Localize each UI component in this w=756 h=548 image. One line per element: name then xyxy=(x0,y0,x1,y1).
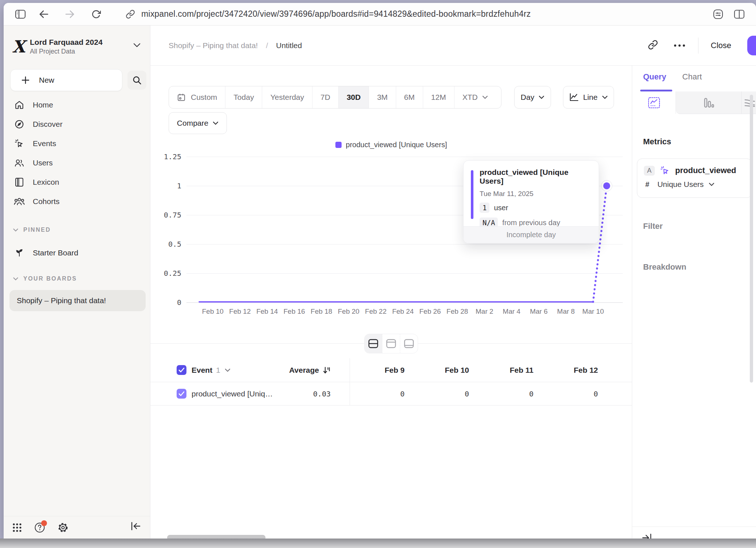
compass-icon xyxy=(14,120,25,129)
panel-scrollbar-thumb[interactable] xyxy=(750,95,753,383)
legend-label: product_viewed [Unique Users] xyxy=(346,141,447,149)
more-options-icon[interactable] xyxy=(674,44,685,47)
notification-dot xyxy=(41,520,47,526)
chevron-down-icon xyxy=(482,95,488,99)
chart-legend[interactable]: product_viewed [Unique Users] xyxy=(150,141,632,149)
aggregation-dropdown[interactable]: Unique Users xyxy=(657,180,704,189)
funnels-report-tab[interactable] xyxy=(676,91,741,114)
query-panel: Query Chart Metrics A product_viewed xyxy=(632,66,756,539)
flows-report-tab[interactable] xyxy=(741,91,756,114)
breakdown-section-label[interactable]: Breakdown xyxy=(643,262,686,272)
sidebar-item-events[interactable]: Events xyxy=(9,134,145,153)
filter-section-label[interactable]: Filter xyxy=(643,222,663,231)
chevron-down-icon xyxy=(602,95,608,99)
range-custom[interactable]: Custom xyxy=(169,86,225,108)
browser-sidebar-toggle-icon[interactable] xyxy=(13,7,28,21)
range-3m[interactable]: 3M xyxy=(369,86,396,108)
forward-icon[interactable] xyxy=(63,7,77,21)
average-column-header[interactable]: Average xyxy=(150,358,331,382)
sidebar-item-discover[interactable]: Discover xyxy=(9,115,145,134)
search-button[interactable] xyxy=(127,71,146,90)
org-subtitle: All Project Data xyxy=(30,48,103,55)
chevron-down-icon xyxy=(133,42,141,49)
breadcrumb-page[interactable]: Untitled xyxy=(276,41,302,50)
line-chart-icon xyxy=(569,93,579,102)
close-button[interactable]: Close xyxy=(711,41,731,50)
event-icon xyxy=(660,165,670,176)
tooltip-date: Tue Mar 11, 2025 xyxy=(480,190,593,198)
metric-event-name[interactable]: product_viewed xyxy=(675,166,736,175)
sidebar-item-label: Events xyxy=(33,139,56,148)
range-30d-selected[interactable]: 30D xyxy=(339,86,369,108)
range-today[interactable]: Today xyxy=(225,86,262,108)
layout-table-only-toggle[interactable] xyxy=(400,334,418,353)
split-view-icon[interactable] xyxy=(732,7,747,21)
sidebar-footer xyxy=(4,516,150,539)
pinned-section-header[interactable]: PINNED xyxy=(13,227,51,233)
metric-card[interactable]: A product_viewed # Unique Users xyxy=(637,158,752,198)
row-value: 0 xyxy=(350,382,598,406)
layout-split-toggle[interactable] xyxy=(365,334,382,353)
sidebar-item-cohorts[interactable]: Cohorts xyxy=(9,192,145,211)
range-7d[interactable]: 7D xyxy=(312,86,339,108)
metric-letter-chip: A xyxy=(644,166,655,176)
org-name: Lord Farquaad 2024 xyxy=(30,38,103,47)
sidebar-item-label: Lexicon xyxy=(33,178,59,187)
layout-chart-only-toggle[interactable] xyxy=(382,334,400,353)
browser-toolbar: mixpanel.com/project/3472420/view/397469… xyxy=(4,3,756,26)
sidebar-item-board-shopify[interactable]: Shopify – Piping that data! xyxy=(9,290,146,311)
row-average-value: 0.03 xyxy=(150,382,331,406)
chart-type-dropdown[interactable]: Line xyxy=(563,86,614,109)
compare-dropdown[interactable]: Compare xyxy=(169,112,227,134)
range-yesterday[interactable]: Yesterday xyxy=(262,86,312,108)
tooltip-delta-text: from previous day xyxy=(502,219,560,227)
sidebar-item-label: Cohorts xyxy=(33,197,60,206)
collapse-panel-icon[interactable] xyxy=(641,533,652,539)
board-label: Shopify – Piping that data! xyxy=(17,296,106,305)
home-icon xyxy=(14,100,25,110)
copy-link-icon[interactable] xyxy=(648,40,658,51)
divider xyxy=(698,38,698,54)
sidebar-item-starter-board[interactable]: Starter Board xyxy=(9,243,145,262)
range-12m[interactable]: 12M xyxy=(423,86,454,108)
apps-grid-icon[interactable] xyxy=(12,523,22,532)
tooltip-footer: Incomplete day xyxy=(464,226,599,243)
breadcrumb-separator: / xyxy=(266,41,268,50)
mixpanel-logo-icon: X xyxy=(11,38,26,56)
horizontal-scrollbar-thumb[interactable] xyxy=(167,535,265,539)
sidebar-item-users[interactable]: Users xyxy=(9,153,145,172)
gear-icon[interactable] xyxy=(58,522,68,533)
back-icon[interactable] xyxy=(36,7,51,21)
insights-report-tab[interactable] xyxy=(632,91,676,114)
collapse-sidebar-icon[interactable] xyxy=(130,521,141,532)
range-xtd[interactable]: XTD xyxy=(454,86,501,108)
granularity-dropdown[interactable]: Day xyxy=(514,86,551,109)
report-type-tabs xyxy=(632,91,756,114)
desktop-strip xyxy=(0,539,756,548)
breadcrumb-board[interactable]: Shopify – Piping that data! xyxy=(169,41,258,50)
report-canvas: Custom Today Yesterday 7D 30D 3M 6M 12M … xyxy=(150,66,632,539)
board-header: Shopify – Piping that data! / Untitled C… xyxy=(150,26,756,66)
your-boards-section-header[interactable]: YOUR BOARDS xyxy=(13,275,77,282)
sidebar-item-home[interactable]: Home xyxy=(9,95,145,114)
range-6m[interactable]: 6M xyxy=(396,86,423,108)
sidebar-item-lexicon[interactable]: Lexicon xyxy=(9,173,145,192)
new-button[interactable]: New xyxy=(10,69,122,91)
tooltip-value-unit: user xyxy=(494,204,508,212)
tooltip-title: product_viewed [Unique Users] xyxy=(480,168,593,185)
org-switcher[interactable]: X Lord Farquaad 2024 All Project Data xyxy=(11,35,142,58)
tab-chart[interactable]: Chart xyxy=(682,72,702,82)
divider xyxy=(632,527,756,527)
sidebar-item-label: Discover xyxy=(33,120,63,129)
help-icon[interactable] xyxy=(34,522,45,533)
address-bar[interactable]: mixpanel.com/project/3472420/view/397469… xyxy=(141,9,531,19)
search-icon xyxy=(132,75,142,85)
reload-icon[interactable] xyxy=(89,7,103,21)
aggregation-prefix: # xyxy=(645,180,649,189)
page-link-icon[interactable] xyxy=(123,7,138,21)
tab-query[interactable]: Query xyxy=(643,72,666,82)
chevron-down-icon xyxy=(13,228,18,232)
save-button-partial[interactable] xyxy=(747,36,756,55)
tune-icon[interactable] xyxy=(711,7,725,21)
date-column-header[interactable]: Feb 12 xyxy=(350,358,598,382)
